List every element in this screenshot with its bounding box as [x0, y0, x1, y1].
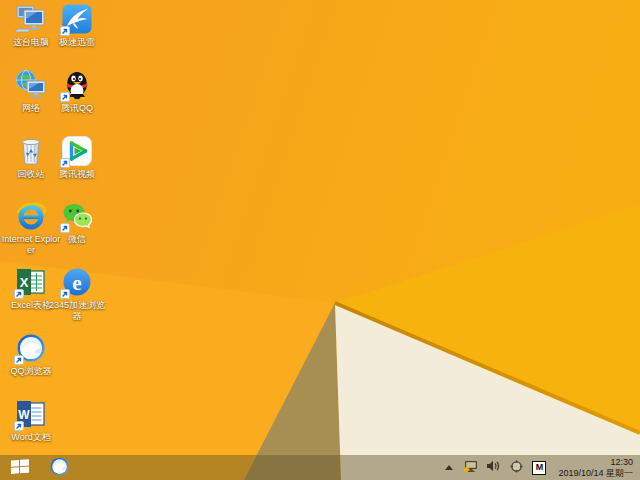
taskbar-qq-browser-button[interactable] [42, 455, 76, 480]
desktop-icon-word[interactable]: W Word文档 [0, 398, 62, 443]
desktop-icon-qq-browser[interactable]: QQ浏览器 [0, 332, 62, 377]
speaker-icon [486, 460, 500, 475]
qq-icon [61, 69, 93, 101]
circle-cross-icon [510, 460, 523, 476]
windows-logo-icon [11, 459, 29, 477]
desktop-icon-tencent-video[interactable]: 腾讯视频 [46, 135, 108, 180]
icon-label: QQ浏览器 [10, 366, 51, 377]
xunlei-icon [61, 3, 93, 35]
desktop-icon-tencent-qq[interactable]: 腾讯QQ [46, 69, 108, 114]
qq-browser-icon [15, 332, 47, 364]
word-icon: W [15, 398, 47, 430]
internet-explorer-icon [15, 200, 47, 232]
svg-text:e: e [72, 271, 81, 295]
desktop-icon-xunlei[interactable]: 极速迅雷 [46, 3, 108, 48]
network-icon [15, 69, 47, 101]
icon-label: Excel表格 [11, 300, 51, 311]
network-warning-icon [463, 460, 478, 476]
qq-browser-icon [49, 456, 70, 480]
ime-indicator-button[interactable]: M [531, 455, 547, 480]
show-hidden-icons-button[interactable] [443, 455, 455, 480]
tencent-video-icon [61, 135, 93, 167]
start-button[interactable] [0, 455, 40, 480]
desktop-icon-wechat[interactable]: 微信 [46, 200, 108, 245]
chevron-up-icon [445, 465, 453, 470]
shortcut-arrow-icon [14, 421, 24, 431]
recycle-bin-icon [15, 135, 47, 167]
wechat-icon [61, 200, 93, 232]
shortcut-arrow-icon [60, 92, 70, 102]
icon-label: 回收站 [18, 169, 45, 180]
this-pc-icon [15, 3, 47, 35]
icon-label: 这台电脑 [13, 37, 49, 48]
taskbar: M 12:30 2019/10/14 星期一 [0, 455, 640, 480]
desktop: 这台电脑 极速迅雷 [0, 0, 640, 480]
icon-label: Word文档 [11, 432, 50, 443]
clock-time: 12:30 [610, 457, 633, 468]
desktop-icon-2345-browser[interactable]: e 2345加速浏览器 [46, 266, 108, 322]
2345-browser-icon: e [61, 266, 93, 298]
icon-label: 微信 [68, 234, 86, 245]
shortcut-arrow-icon [60, 26, 70, 36]
clock-date: 2019/10/14 星期一 [558, 468, 633, 479]
svg-text:X: X [20, 275, 29, 290]
tray-utility-button[interactable] [508, 455, 524, 480]
excel-icon: X [15, 266, 47, 298]
shortcut-arrow-icon [14, 289, 24, 299]
taskbar-clock[interactable]: 12:30 2019/10/14 星期一 [554, 457, 633, 479]
shortcut-arrow-icon [60, 289, 70, 299]
icon-label: 2345加速浏览器 [47, 300, 107, 322]
icon-label: 腾讯QQ [61, 103, 93, 114]
system-tray: M 12:30 2019/10/14 星期一 [443, 455, 640, 480]
icon-label: 腾讯视频 [59, 169, 95, 180]
network-status-button[interactable] [462, 455, 478, 480]
volume-button[interactable] [485, 455, 501, 480]
shortcut-arrow-icon [60, 158, 70, 168]
shortcut-arrow-icon [60, 223, 70, 233]
svg-text:W: W [18, 408, 30, 422]
ime-indicator: M [532, 461, 546, 475]
icon-label: 极速迅雷 [59, 37, 95, 48]
icon-label: 网络 [22, 103, 40, 114]
shortcut-arrow-icon [14, 355, 24, 365]
